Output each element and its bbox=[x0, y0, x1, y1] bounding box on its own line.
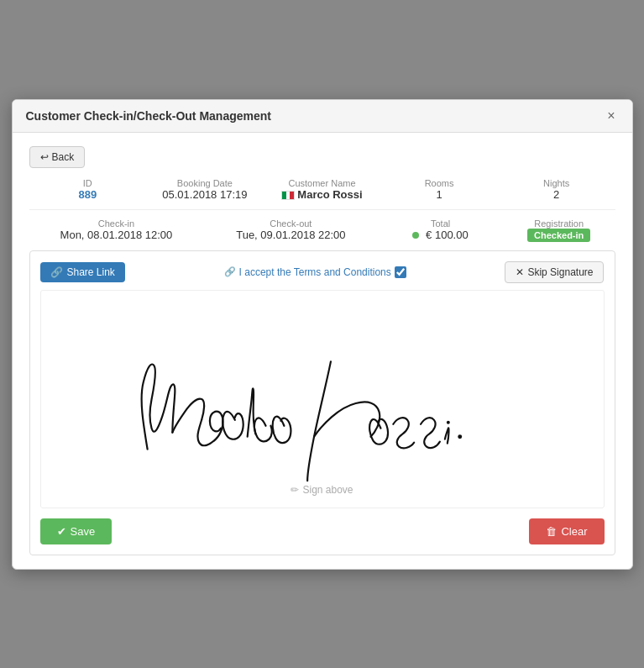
total-label: Total bbox=[378, 218, 503, 229]
total-col: Total € 100.00 bbox=[378, 218, 503, 242]
rooms-col: Rooms 1 bbox=[380, 178, 498, 201]
registration-label: Registration bbox=[503, 218, 615, 229]
customer-name-value: Marco Rossi bbox=[264, 188, 381, 201]
modal-title: Customer Check-in/Check-Out Management bbox=[26, 109, 272, 123]
back-arrow-icon: ↩ bbox=[40, 151, 49, 163]
customer-name-label: Customer Name bbox=[264, 178, 381, 188]
id-value: 889 bbox=[29, 188, 147, 201]
total-value: € 100.00 bbox=[378, 229, 503, 241]
id-label: ID bbox=[29, 178, 147, 188]
modal-header: Customer Check-in/Check-Out Management × bbox=[13, 100, 632, 133]
italy-flag-icon bbox=[281, 191, 295, 200]
nights-value: 2 bbox=[498, 188, 615, 201]
checkout-value: Tue, 09.01.2018 22:00 bbox=[203, 229, 378, 241]
clear-label: Clear bbox=[561, 525, 587, 538]
link-icon: 🔗 bbox=[50, 266, 63, 278]
signature-container: 🔗 Share Link 🔗 I accept the Terms and Co… bbox=[29, 250, 615, 555]
skip-signature-label: Skip Signature bbox=[527, 266, 593, 278]
top-bar: ↩ Back bbox=[29, 146, 615, 168]
svg-point-1 bbox=[458, 434, 462, 439]
nights-col: Nights 2 bbox=[498, 178, 615, 201]
terms-checkbox[interactable] bbox=[395, 266, 406, 278]
rooms-value: 1 bbox=[380, 188, 498, 201]
customer-name-col: Customer Name Marco Rossi bbox=[264, 178, 381, 201]
modal-body: ↩ Back ID 889 Booking Date 05.01.2018 17… bbox=[13, 133, 632, 569]
registration-col: Registration Checked-in bbox=[503, 218, 615, 242]
modal-container: Customer Check-in/Check-Out Management ×… bbox=[12, 99, 633, 570]
checkin-label: Check-in bbox=[29, 218, 204, 229]
signature-drawing bbox=[41, 291, 604, 508]
back-button[interactable]: ↩ Back bbox=[29, 146, 86, 168]
registration-value: Checked-in bbox=[503, 229, 615, 242]
times-icon: ✕ bbox=[516, 266, 524, 278]
rooms-label: Rooms bbox=[380, 178, 498, 188]
skip-signature-button[interactable]: ✕ Skip Signature bbox=[505, 261, 604, 283]
terms-link-icon: 🔗 bbox=[224, 266, 236, 277]
booking-date-col: Booking Date 05.01.2018 17:19 bbox=[146, 178, 264, 201]
checkout-label: Check-out bbox=[203, 218, 378, 229]
share-link-label: Share Link bbox=[67, 266, 115, 278]
clear-button[interactable]: 🗑 Clear bbox=[529, 518, 604, 544]
back-button-label: Back bbox=[52, 151, 75, 163]
save-label: Save bbox=[71, 525, 96, 538]
checked-in-badge: Checked-in bbox=[527, 229, 590, 242]
svg-point-0 bbox=[446, 420, 449, 423]
booking-info-row1: ID 889 Booking Date 05.01.2018 17:19 Cus… bbox=[29, 178, 615, 201]
share-link-button[interactable]: 🔗 Share Link bbox=[40, 262, 125, 282]
checkin-col: Check-in Mon, 08.01.2018 12:00 bbox=[29, 218, 204, 242]
signature-toolbar: 🔗 Share Link 🔗 I accept the Terms and Co… bbox=[40, 261, 605, 283]
modal-close-button[interactable]: × bbox=[604, 108, 618, 124]
booking-date-value: 05.01.2018 17:19 bbox=[146, 188, 264, 201]
signature-actions: ✔ Save 🗑 Clear bbox=[40, 518, 605, 544]
signature-canvas[interactable]: ✏ Sign above bbox=[40, 290, 605, 508]
nights-label: Nights bbox=[498, 178, 615, 188]
checkout-col: Check-out Tue, 09.01.2018 22:00 bbox=[203, 218, 378, 242]
divider1 bbox=[29, 209, 615, 210]
save-button[interactable]: ✔ Save bbox=[40, 518, 113, 544]
terms-label[interactable]: 🔗 I accept the Terms and Conditions bbox=[224, 266, 406, 278]
booking-info-row2: Check-in Mon, 08.01.2018 12:00 Check-out… bbox=[29, 218, 615, 242]
id-col: ID 889 bbox=[29, 178, 147, 201]
terms-text: I accept the Terms and Conditions bbox=[239, 266, 391, 278]
trash-icon: 🗑 bbox=[546, 525, 557, 538]
total-dot-icon bbox=[412, 232, 419, 239]
checkin-value: Mon, 08.01.2018 12:00 bbox=[29, 229, 204, 241]
booking-date-label: Booking Date bbox=[146, 178, 264, 188]
check-icon: ✔ bbox=[57, 525, 66, 538]
